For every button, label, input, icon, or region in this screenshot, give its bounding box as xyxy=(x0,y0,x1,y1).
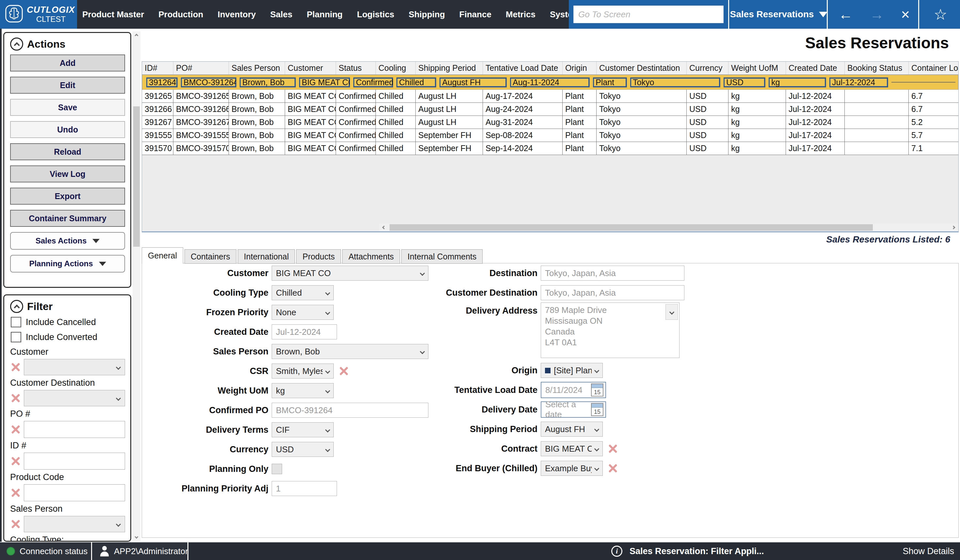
table-cell[interactable]: Brown, Bob xyxy=(229,90,285,103)
table-cell[interactable] xyxy=(845,142,909,155)
add-button[interactable]: Add xyxy=(10,54,125,72)
scroll-down-button[interactable] xyxy=(133,533,141,541)
weight-uom-select[interactable]: kg xyxy=(272,383,334,398)
planning-only-checkbox[interactable] xyxy=(272,464,282,474)
origin-select[interactable]: [Site] Plant, B xyxy=(541,363,603,378)
table-row[interactable]: 391264BMCO-391264Brown, BobBIG MEAT COCo… xyxy=(142,75,958,90)
table-cell[interactable]: August LH xyxy=(416,90,483,103)
table-cell[interactable]: Tokyo xyxy=(597,142,687,155)
tab-attachments[interactable]: Attachments xyxy=(342,249,400,264)
table-cell[interactable]: 391267 xyxy=(142,116,173,129)
table-cell[interactable]: 5.2 xyxy=(909,116,959,129)
table-cell[interactable]: USD xyxy=(687,142,728,155)
back-button[interactable]: ← xyxy=(838,7,853,22)
table-cell[interactable]: Plant xyxy=(563,116,597,129)
table-cell[interactable]: BIG MEAT CO xyxy=(285,90,336,103)
table-cell[interactable]: kg xyxy=(728,103,786,116)
frozen-priority-select[interactable]: None xyxy=(272,305,334,320)
table-cell[interactable]: 391264 xyxy=(146,77,178,88)
table-cell[interactable]: BMCO-391570 xyxy=(173,142,229,155)
table-row[interactable]: 391570BMCO-391570Brown, BobBIG MEAT COCo… xyxy=(142,142,958,155)
column-header-booking-status[interactable]: Booking Status xyxy=(845,62,909,74)
table-row[interactable]: 391555BMCO-391555Brown, BobBIG MEAT COCo… xyxy=(142,129,958,142)
table-cell[interactable]: Jul-17-2024 xyxy=(786,129,845,142)
table-cell[interactable]: Confirmed xyxy=(336,129,376,142)
table-cell[interactable]: 5.7 xyxy=(909,129,959,142)
tentative-load-date-datepicker[interactable]: 8/11/2024 xyxy=(541,382,606,398)
table-cell[interactable]: September FH xyxy=(416,129,483,142)
delivery-date-datepicker[interactable]: Select a date xyxy=(541,401,606,418)
table-cell[interactable]: BIG MEAT CO xyxy=(285,103,336,116)
table-cell[interactable] xyxy=(845,116,909,129)
table-cell[interactable]: August LH xyxy=(416,116,483,129)
table-cell[interactable]: Chilled xyxy=(376,142,416,155)
dropdown-button[interactable] xyxy=(666,304,678,320)
go-to-screen-input[interactable] xyxy=(573,6,723,23)
table-cell[interactable]: Sep-08-2024 xyxy=(483,129,563,142)
table-cell[interactable]: BMCO-391555 xyxy=(173,129,229,142)
table-cell[interactable]: kg xyxy=(728,116,786,129)
column-header-tentative-load-date[interactable]: Tentative Load Date xyxy=(483,62,563,74)
filter-checkbox-include-converted[interactable]: Include Converted xyxy=(11,332,125,342)
table-cell[interactable]: kg xyxy=(769,77,826,88)
column-header-currency[interactable]: Currency xyxy=(687,62,728,74)
view-log-button[interactable]: View Log xyxy=(10,166,125,182)
nav-item-planning[interactable]: Planning xyxy=(307,10,342,19)
table-cell[interactable]: 6.7 xyxy=(909,103,959,116)
tab-containers[interactable]: Containers xyxy=(184,249,237,264)
filter-po-input[interactable] xyxy=(24,421,125,438)
destination-input[interactable]: Tokyo, Japan, Asia xyxy=(541,266,685,281)
reload-button[interactable]: Reload xyxy=(10,143,125,160)
table-cell[interactable]: Jul-12-2024 xyxy=(829,77,888,88)
nav-item-inventory[interactable]: Inventory xyxy=(218,10,256,19)
scrollbar-thumb[interactable] xyxy=(390,224,873,231)
table-cell[interactable]: Aug-17-2024 xyxy=(483,90,563,103)
table-cell[interactable]: Brown, Bob xyxy=(229,142,285,155)
table-cell[interactable]: BMCO-391264 xyxy=(181,77,237,88)
calendar-icon[interactable] xyxy=(591,403,603,416)
table-cell[interactable]: Chilled xyxy=(376,129,416,142)
table-cell[interactable]: kg xyxy=(728,90,786,103)
filter-checkbox-include-cancelled[interactable]: Include Cancelled xyxy=(11,317,125,327)
save-button[interactable]: Save xyxy=(10,99,125,116)
clear-filter-icon[interactable] xyxy=(10,424,21,436)
table-cell[interactable]: Sep-14-2024 xyxy=(483,142,563,155)
tab-internal-comments[interactable]: Internal Comments xyxy=(401,249,483,264)
created-date-input[interactable]: Jul-12-2024 xyxy=(272,324,337,340)
table-cell[interactable]: 6.7 xyxy=(909,90,959,103)
clear-field-icon[interactable] xyxy=(607,463,618,474)
nav-item-shipping[interactable]: Shipping xyxy=(408,10,445,19)
nav-item-production[interactable]: Production xyxy=(158,10,203,19)
table-cell[interactable]: Chilled xyxy=(397,77,436,88)
clear-filter-icon[interactable] xyxy=(10,361,21,373)
table-row[interactable]: 391265BMCO-391265Brown, BobBIG MEAT COCo… xyxy=(142,90,958,103)
table-row[interactable]: 391266BMCO-391266Brown, BobBIG MEAT COCo… xyxy=(142,103,958,116)
customer-select[interactable]: BIG MEAT CO xyxy=(272,266,429,281)
table-cell[interactable]: Brown, Bob xyxy=(229,129,285,142)
column-header-po[interactable]: PO# xyxy=(173,62,229,74)
end-buyer-chilled-select[interactable]: Example Buyer xyxy=(541,461,603,476)
table-cell[interactable]: Tokyo xyxy=(597,129,687,142)
screen-selector-dropdown[interactable]: Sales Reservations xyxy=(731,0,826,29)
filter-customer-destination-select[interactable] xyxy=(24,390,125,406)
table-cell[interactable]: BMCO-391267 xyxy=(173,116,229,129)
csr-select[interactable]: Smith, Myles xyxy=(272,364,334,378)
table-cell[interactable]: Aug-11-2024 xyxy=(510,77,590,88)
nav-item-finance[interactable]: Finance xyxy=(459,10,491,19)
tab-international[interactable]: International xyxy=(238,249,295,264)
table-cell[interactable]: August FH xyxy=(440,77,507,88)
clear-filter-icon[interactable] xyxy=(10,518,21,530)
scrollbar-thumb[interactable] xyxy=(133,106,140,247)
table-cell[interactable]: Tokyo xyxy=(597,103,687,116)
delivery-address-textarea[interactable]: 789 Maple DriveMissisauga ONCanadaL4T 0A… xyxy=(541,303,680,358)
filter-product-code-input[interactable] xyxy=(24,484,125,501)
table-cell[interactable]: BMCO-391265 xyxy=(173,90,229,103)
table-cell[interactable]: Chilled xyxy=(376,103,416,116)
clear-field-icon[interactable] xyxy=(338,365,349,377)
planning-priority-adj-input[interactable]: 1 xyxy=(272,481,337,496)
filter-sales-person-select[interactable] xyxy=(24,516,125,532)
container-summary-button[interactable]: Container Summary xyxy=(10,210,125,227)
table-cell[interactable]: Plant xyxy=(563,129,597,142)
scroll-right-button[interactable] xyxy=(949,223,958,231)
table-cell[interactable]: Plant xyxy=(563,142,597,155)
